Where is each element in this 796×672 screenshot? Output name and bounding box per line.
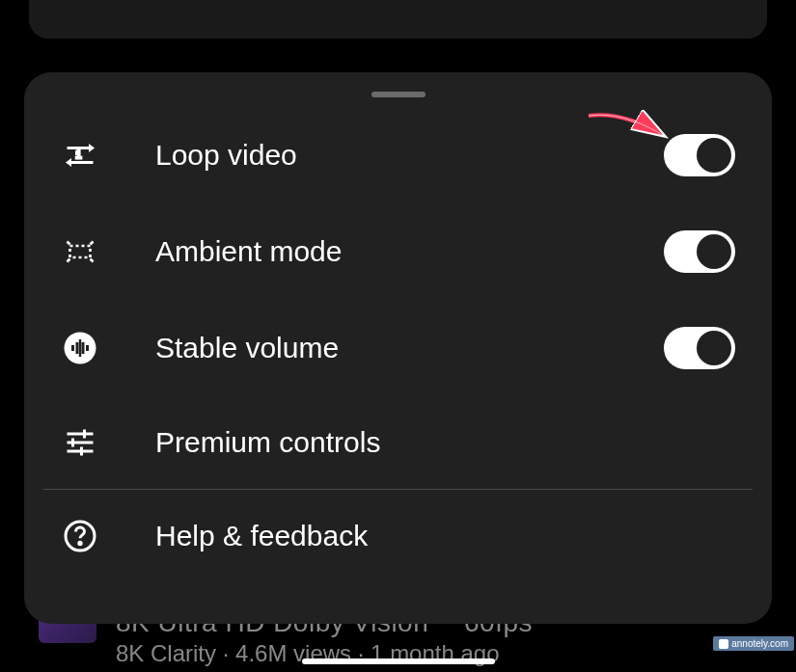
svg-line-4 [68,259,70,262]
svg-rect-1 [70,246,91,257]
ambient-mode-toggle[interactable] [664,230,735,273]
watermark-icon [719,639,728,649]
watermark-text: annotely.com [731,638,788,649]
toggle-knob [697,331,731,365]
loop-icon: 1 [61,136,99,175]
svg-line-3 [91,242,94,245]
stable-volume-icon [61,329,99,367]
drag-handle[interactable] [371,92,425,97]
channel-name: 8K Clarity [116,640,216,666]
ambient-icon [61,232,99,271]
svg-rect-7 [71,345,74,351]
svg-rect-9 [82,342,85,354]
menu-item-stable-volume[interactable]: Stable volume [24,300,772,396]
menu-label: Ambient mode [155,235,664,268]
loop-video-toggle[interactable] [664,134,735,176]
toggle-knob [697,234,731,269]
help-icon [61,517,99,555]
home-indicator[interactable] [302,659,495,664]
menu-item-help-feedback[interactable]: Help & feedback [24,490,772,582]
menu-label: Stable volume [155,332,664,364]
svg-rect-8 [76,342,79,354]
menu-label: Loop video [155,139,664,172]
stable-volume-toggle[interactable] [664,327,735,369]
background-card-top [29,0,767,39]
menu-label: Help & feedback [155,520,735,552]
svg-text:1: 1 [76,148,82,160]
sliders-icon [61,423,99,462]
menu-item-loop-video[interactable]: 1 Loop video [24,107,772,203]
svg-point-19 [79,542,81,544]
svg-line-5 [91,259,94,262]
menu-label: Premium controls [155,426,735,459]
bottom-sheet: 1 Loop video Ambient mode [24,72,772,624]
svg-rect-10 [86,345,89,351]
toggle-knob [697,138,731,173]
watermark: annotely.com [713,636,794,651]
menu-item-premium-controls[interactable]: Premium controls [24,396,772,489]
svg-rect-11 [79,339,81,357]
menu-item-ambient-mode[interactable]: Ambient mode [24,203,772,300]
svg-line-2 [68,242,70,245]
